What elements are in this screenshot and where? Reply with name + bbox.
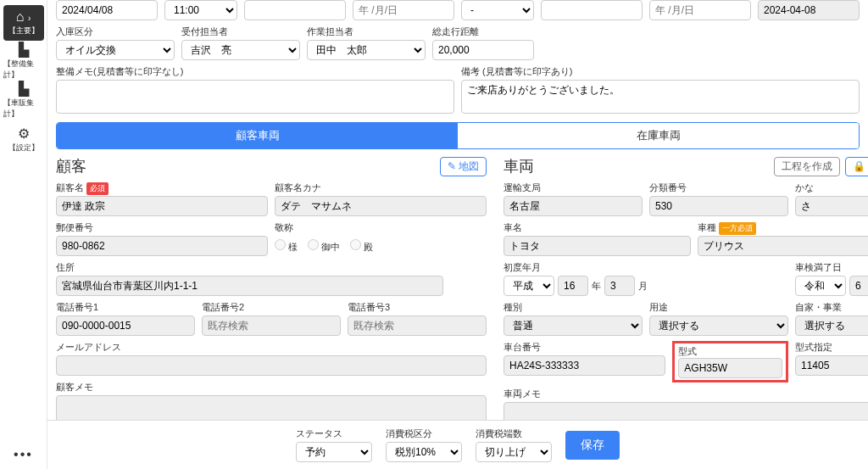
sidebar-item-label: 【車販集計】 [3,98,44,120]
koutei-button[interactable]: 工程を作成 [774,157,840,176]
shubetsu-label: 種別 [504,301,643,314]
tel1-input [56,315,195,336]
customer-kana-input [275,196,487,216]
vehicle-memo-label: 車両メモ [504,388,868,400]
nyuko-label: 入庫区分 [56,25,175,38]
date-readonly [758,0,860,20]
bikou-label: 備考 (見積書等に印字あり) [461,65,860,78]
sidebar-item-seibi[interactable]: ▙ 【整備集計】 [3,44,44,80]
shaken-era-select[interactable]: 令和 [795,276,846,296]
mail-label: メールアドレス [56,341,487,354]
zip-label: 郵便番号 [56,221,268,234]
kana-input [795,196,868,216]
sidebar-item-label: 【整備集計】 [3,59,44,81]
youto-select[interactable]: 選択する [649,315,788,336]
sidebar: ⌂ › 【主要】 ▙ 【整備集計】 ▙ 【車販集計】 ⚙ 【設定】 ••• [0,0,47,469]
zip-input [56,236,268,256]
round-select[interactable]: 切り上げ [476,442,552,462]
customer-memo-label: 顧客メモ [56,381,487,394]
sidebar-item-shahan[interactable]: ▙ 【車販集計】 [3,83,44,119]
jika-label: 自家・事業 [795,301,868,314]
tel3-input [348,315,487,336]
shubetsu-select[interactable]: 普通 [504,315,643,336]
memo-textarea[interactable] [56,80,454,114]
shashu-input [698,236,868,256]
cogni-button[interactable]: 🔒コグニに出力 [845,157,868,176]
shodo-label: 初度年月 [504,261,788,274]
date-input-3[interactable] [649,0,751,20]
sidebar-item-label: 【設定】 [8,142,39,154]
gear-icon: ⚙ [18,127,30,141]
tab-stock-vehicle[interactable]: 在庫車両 [458,123,859,148]
tel3-label: 電話番号3 [348,301,487,314]
radio-dono[interactable]: 殿 [350,239,373,254]
keisho-label: 敬称 [275,221,487,234]
bottom-bar: ステータス予約 消費税区分税別10% 消費税端数切り上げ 保存 [47,420,868,469]
sagyou-label: 作業担当者 [307,25,426,38]
tax-label: 消費税区分 [386,427,462,440]
mail-input [56,355,487,376]
map-button[interactable]: ✎地図 [440,157,487,176]
radio-sama[interactable]: 様 [275,239,298,254]
date-input-2[interactable] [353,0,454,20]
unit-month: 月 [638,280,648,293]
customer-title: 顧客 [56,156,86,176]
customer-name-input [56,196,268,216]
bunrui-label: 分類番号 [649,181,788,194]
soukou-input[interactable] [432,40,534,60]
addr-input [56,276,443,296]
sagyou-select[interactable]: 田中 太郎 [307,40,426,60]
tel2-label: 電話番号2 [202,301,341,314]
status-label: ステータス [296,427,372,440]
required-badge: 一方必須 [719,222,756,235]
shamei-input [504,236,691,256]
jika-select[interactable]: 選択する [795,315,868,336]
blank-input-2[interactable] [541,0,643,20]
customer-kana-label: 顧客名カナ [275,181,487,194]
sidebar-item-main[interactable]: ⌂ › 【主要】 [3,5,44,41]
shaken-label: 車検満了日 [795,261,868,274]
memo-label: 整備メモ(見積書等に印字なし) [56,65,454,78]
vehicle-title: 車両 [504,156,534,176]
bikou-textarea[interactable]: ご来店ありがとうございました。 [461,80,860,114]
katashitei-label: 型式指定 [795,341,868,354]
radio-onchu[interactable]: 御中 [308,239,340,254]
katashitei-input [795,355,868,376]
shodo-era-select[interactable]: 平成 [504,276,554,296]
nyuko-select[interactable]: オイル交換 [56,40,175,60]
unyu-label: 運輸支局 [504,181,643,194]
shodo-y-input [558,276,588,296]
date-input[interactable] [56,0,158,20]
sidebar-more[interactable]: ••• [7,440,40,469]
addr-label: 住所 [56,261,487,274]
tab-customer-vehicle[interactable]: 顧客車両 [57,123,458,148]
shadai-input [504,355,665,376]
kana-label: かな [795,181,868,194]
tax-select[interactable]: 税別10% [386,442,462,462]
time-select[interactable]: 11:00 [164,0,237,20]
shaken-y-input [849,276,868,296]
round-label: 消費税端数 [476,427,552,440]
katashiki-label: 型式 [678,346,697,356]
dash-select[interactable]: - [461,0,534,20]
main-content: 11:00 - 入庫区分 オイル交換 受付担当者 吉沢 亮 作業担当者 田中 太… [47,0,868,469]
katashiki-input [678,358,782,378]
uketsuke-select[interactable]: 吉沢 亮 [181,40,300,60]
unyu-input [504,196,643,216]
soukou-label: 総走行距離 [432,25,534,38]
unit-year: 年 [592,280,601,293]
shamei-label: 車名 [504,221,691,234]
customer-name-label: 顧客名 [56,181,84,194]
bunrui-input [649,196,788,216]
sidebar-item-settings[interactable]: ⚙ 【設定】 [3,122,44,158]
blank-input[interactable] [244,0,346,20]
uketsuke-label: 受付担当者 [181,25,300,38]
chart-icon: ▙ [19,43,29,57]
katashiki-highlight: 型式 [672,341,788,382]
home-icon: ⌂ › [16,10,31,24]
status-select[interactable]: 予約 [296,442,372,462]
tabs: 顧客車両 在庫車両 [56,122,860,149]
save-button[interactable]: 保存 [565,431,620,460]
lock-icon: 🔒 [853,160,865,172]
youto-label: 用途 [649,301,788,314]
